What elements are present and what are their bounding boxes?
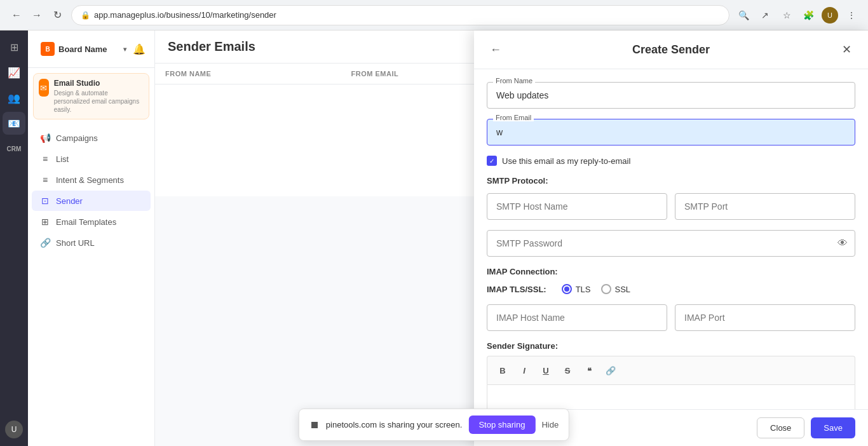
from-name-input[interactable] [487, 82, 855, 109]
sidebar-item-intent-segments[interactable]: ≡ Intent & Segments [32, 170, 151, 190]
sender-icon: ⊡ [39, 196, 51, 206]
icon-nav: ⊞ 📈 👥 📧 CRM U [0, 30, 28, 446]
smtp-host-field [487, 193, 667, 220]
sharing-text: pinetools.com is sharing your screen. [326, 420, 463, 429]
intent-icon: ≡ [39, 175, 51, 185]
board-name-label: Board Name [58, 44, 107, 54]
hide-sharing-link[interactable]: Hide [541, 420, 559, 429]
stop-sharing-button[interactable]: Stop sharing [468, 416, 535, 434]
icon-nav-team[interactable]: 👥 [3, 86, 25, 109]
signature-toolbar: B I U S ❝ 🔗 [487, 356, 855, 384]
back-button[interactable]: ← [8, 6, 25, 24]
ssl-radio-circle [601, 284, 611, 294]
reply-to-checkbox-row: ✓ Use this email as my reply-to-email [487, 156, 855, 166]
sidebar-sender-label: Sender [56, 196, 83, 206]
sidebar-item-short-url[interactable]: 🔗 Short URL [32, 233, 151, 253]
bold-btn[interactable]: B [494, 362, 512, 379]
col-from-name: FROM NAME [155, 64, 341, 84]
board-name-btn[interactable]: B Board Name ▾ [36, 38, 132, 60]
reply-to-label: Use this email as my reply-to-email [502, 156, 630, 166]
sidebar-intent-label: Intent & Segments [56, 175, 124, 185]
panel-header: ← Create Sender ✕ [474, 30, 868, 69]
imap-tls-ssl-group: IMAP TLS/SSL: TLS SSL [487, 284, 855, 294]
sidebar-email-templates-label: Email Templates [56, 217, 116, 227]
imap-host-input[interactable] [487, 304, 667, 331]
sidebar-item-list[interactable]: ≡ List [32, 149, 151, 169]
user-avatar-small: U [5, 421, 23, 438]
ssl-label: SSL [615, 285, 631, 294]
from-name-field: From Name [487, 82, 855, 109]
email-studio-card[interactable]: ✉ Email Studio Design & automate persona… [33, 73, 149, 119]
email-studio-icon: ✉ [39, 79, 49, 97]
smtp-password-input[interactable] [487, 230, 855, 257]
smtp-host-input[interactable] [487, 193, 667, 220]
email-templates-icon: ⊞ [39, 217, 51, 227]
reload-button[interactable]: ↻ [48, 6, 66, 24]
sidebar-item-campaigns[interactable]: 📢 Campaigns [32, 128, 151, 148]
signature-section: Sender Signature: B I U S ❝ 🔗 [487, 341, 855, 409]
panel-close-x-button[interactable]: ✕ [837, 41, 855, 58]
forward-button[interactable]: → [28, 6, 46, 24]
strikethrough-btn[interactable]: S [559, 362, 576, 379]
bookmark-btn[interactable]: ☆ [778, 6, 796, 24]
signature-editor[interactable] [487, 384, 855, 409]
link-btn[interactable]: 🔗 [602, 362, 620, 379]
panel-body: From Name From Email ✓ Use this email as… [474, 69, 868, 409]
ssl-radio-option[interactable]: SSL [601, 284, 631, 294]
icon-nav-grid[interactable]: ⊞ [3, 36, 25, 58]
tls-radio-circle [562, 284, 572, 294]
icon-nav-bottom: U [3, 418, 25, 441]
panel-title: Create Sender [632, 43, 710, 57]
sidebar-short-url-label: Short URL [56, 238, 95, 248]
tls-radio-option[interactable]: TLS [562, 284, 591, 294]
tls-label: TLS [576, 285, 591, 294]
password-toggle-btn[interactable]: 👁 [837, 238, 848, 249]
sidebar-item-sender[interactable]: ⊡ Sender [32, 191, 151, 211]
sharing-screen-icon: ⏹ [309, 419, 320, 431]
from-email-field: From Email [487, 119, 855, 145]
close-button[interactable]: Close [757, 417, 804, 438]
search-browser-btn[interactable]: 🔍 [735, 6, 752, 24]
sidebar-nav: 📢 Campaigns ≡ List ≡ Intent & Segments ⊡… [28, 125, 154, 446]
sidebar-list-label: List [56, 154, 69, 164]
sidebar-campaigns-label: Campaigns [56, 133, 98, 143]
from-email-label: From Email [493, 114, 534, 121]
icon-nav-marketing[interactable]: 📧 [3, 112, 25, 135]
reply-to-checkbox[interactable]: ✓ [487, 156, 497, 166]
from-email-input[interactable] [487, 119, 855, 145]
user-avatar: U [822, 7, 838, 24]
icon-nav-crm[interactable]: CRM [3, 137, 25, 160]
imap-host-field [487, 304, 667, 331]
email-studio-title: Email Studio [54, 79, 144, 88]
smtp-password-field: 👁 [487, 230, 855, 257]
board-icon: B [41, 42, 55, 56]
create-sender-panel: ← Create Sender ✕ From Name From Email ✓… [474, 30, 868, 446]
from-name-label: From Name [493, 77, 535, 84]
imap-port-input[interactable] [675, 304, 855, 331]
extensions-btn[interactable]: 🧩 [799, 6, 817, 24]
imap-section-label: IMAP Connection: [487, 267, 855, 276]
sidebar-item-email-templates[interactable]: ⊞ Email Templates [32, 212, 151, 232]
italic-btn[interactable]: I [515, 362, 533, 379]
smtp-section-label: SMTP Protocol: [487, 176, 855, 186]
panel-back-button[interactable]: ← [487, 41, 505, 58]
icon-nav-user-profile[interactable]: U [3, 418, 25, 441]
profile-btn[interactable]: U [821, 6, 839, 24]
smtp-host-port-row [487, 193, 855, 220]
nav-buttons: ← → ↻ [8, 6, 66, 24]
smtp-port-input[interactable] [675, 193, 855, 220]
sidebar: B Board Name ▾ 🔔 ✉ Email Studio Design &… [28, 30, 155, 446]
icon-nav-analytics[interactable]: 📈 [3, 61, 25, 84]
save-button[interactable]: Save [811, 417, 855, 438]
underline-btn[interactable]: U [537, 362, 555, 379]
address-bar[interactable]: 🔒 app.manageplus.io/business/10/marketin… [71, 5, 729, 25]
sharing-bar: ⏹ pinetools.com is sharing your screen. … [299, 409, 569, 441]
campaigns-icon: 📢 [39, 133, 51, 143]
menu-btn[interactable]: ⋮ [843, 6, 860, 24]
blockquote-btn[interactable]: ❝ [580, 362, 598, 379]
url-text: app.manageplus.io/business/10/marketing/… [94, 10, 276, 20]
browser-actions: 🔍 ↗ ☆ 🧩 U ⋮ [735, 6, 860, 24]
notifications-bell[interactable]: 🔔 [132, 40, 147, 58]
signature-section-label: Sender Signature: [487, 341, 855, 351]
share-browser-btn[interactable]: ↗ [756, 6, 774, 24]
